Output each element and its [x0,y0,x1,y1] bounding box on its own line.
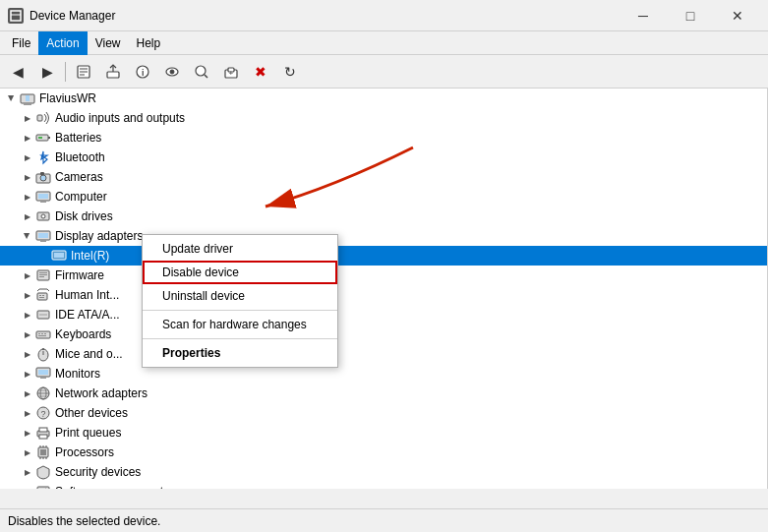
tree-computer[interactable]: ▶ Computer [0,187,767,207]
context-update-driver[interactable]: Update driver [143,237,337,261]
display-arrow: ▶ [20,228,35,244]
tree-network[interactable]: ▶ Network adapters [0,384,767,403]
toolbar-info[interactable]: i [129,59,156,85]
tree-print[interactable]: ▶ Print queues [0,423,767,443]
close-button[interactable]: ✕ [715,0,760,31]
processors-label: Processors [55,445,114,459]
svg-text:?: ? [41,409,46,419]
cameras-arrow: ▶ [20,169,35,185]
window-controls: ─ □ ✕ [620,0,760,31]
svg-rect-57 [38,370,48,375]
toolbar-forward[interactable]: ▶ [33,59,61,85]
window-title: Device Manager [30,9,620,23]
app-icon [8,8,24,24]
svg-point-25 [40,175,46,181]
tree-processors[interactable]: ▶ Processors [0,443,767,462]
menu-file[interactable]: File [4,31,38,55]
software-comp-icon [35,484,51,489]
maximize-button[interactable]: □ [668,0,713,31]
root-arrow: ▶ [4,90,20,106]
svg-rect-43 [39,295,41,296]
tree-cameras[interactable]: ▶ Cameras [0,167,767,187]
display-icon [35,228,51,244]
svg-rect-39 [39,272,47,273]
tree-software-comp[interactable]: ▶ Software components [0,482,767,489]
disk-label: Disk drives [55,209,113,223]
toolbar-scan[interactable] [188,59,215,85]
other-icon: ? [35,405,51,421]
software-comp-arrow: ▶ [20,484,35,489]
toolbar-show-hidden[interactable] [158,59,186,85]
print-label: Print queues [55,426,121,440]
keyboards-arrow: ▶ [20,326,35,342]
toolbar-properties[interactable] [70,59,97,85]
tree-mice[interactable]: ▶ Mice and o... [0,344,767,364]
tree-security[interactable]: ▶ Security devices [0,462,767,482]
keyboards-label: Keyboards [55,327,111,341]
toolbar-add[interactable]: + [217,59,245,85]
root-icon [20,90,35,106]
menu-view[interactable]: View [88,31,129,55]
network-arrow: ▶ [20,385,35,401]
svg-rect-58 [40,377,46,379]
status-text: Disables the selected device. [8,514,160,528]
ide-icon [35,307,51,323]
tree-monitors[interactable]: ▶ Monitors [0,364,767,384]
tree-root[interactable]: ▶ FlaviusWR [0,89,767,108]
tree-keyboards[interactable]: ▶ Keyboards [0,325,767,344]
tree-intel[interactable]: Intel(R) [0,246,767,266]
toolbar-update-driver[interactable] [99,59,127,85]
svg-rect-44 [42,295,44,296]
svg-rect-32 [38,219,42,220]
toolbar-sep-1 [65,62,66,82]
software-comp-label: Software components [55,485,169,489]
monitors-label: Monitors [55,367,100,381]
tree-firmware[interactable]: ▶ Firmware [0,266,767,285]
tree-ide[interactable]: ▶ IDE ATA/A... [0,305,767,325]
audio-arrow: ▶ [20,110,35,126]
svg-rect-23 [38,137,42,139]
tree-human[interactable]: ▶ Human Int... [0,285,767,305]
minimize-button[interactable]: ─ [620,0,666,31]
menu-help[interactable]: Help [129,31,169,55]
context-scan[interactable]: Scan for hardware changes [143,313,337,336]
menu-action[interactable]: Action [38,31,87,55]
main-content: ▶ FlaviusWR ▶ Audio inputs and outpu [0,89,768,489]
tree-batteries[interactable]: ▶ Batteries [0,128,767,148]
device-tree: ▶ FlaviusWR ▶ Audio inputs and outpu [0,89,768,489]
keyboards-icon [35,326,51,342]
computer-icon [35,189,51,205]
tree-disk[interactable]: ▶ Disk drives [0,207,767,226]
firmware-icon [35,267,51,283]
other-label: Other devices [55,406,128,420]
svg-rect-50 [41,333,43,334]
title-bar: Device Manager ─ □ ✕ [0,0,768,31]
context-disable-device[interactable]: Disable device [143,261,337,284]
toolbar-back[interactable]: ◀ [4,59,31,85]
svg-rect-48 [36,331,50,338]
svg-rect-28 [38,194,48,199]
context-sep-1 [143,310,337,311]
tree-display[interactable]: ▶ Display adapters [0,226,767,246]
batteries-icon [35,130,51,146]
svg-rect-41 [39,276,44,277]
context-properties[interactable]: Properties [143,341,337,365]
intel-arrow [35,248,51,264]
mice-label: Mice and o... [55,347,123,361]
toolbar-remove[interactable]: ✖ [247,59,274,85]
tree-other[interactable]: ▶ ? Other devices [0,403,767,423]
svg-rect-26 [40,172,44,175]
tree-bluetooth[interactable]: ▶ Bluetooth [0,148,767,167]
svg-rect-29 [40,201,46,203]
processors-arrow: ▶ [20,444,35,460]
svg-rect-77 [37,487,49,489]
svg-rect-20 [37,115,42,121]
status-bar: Disables the selected device. [0,508,768,532]
cameras-label: Cameras [55,170,103,184]
computer-label: Computer [55,190,107,204]
context-uninstall-device[interactable]: Uninstall device [143,284,337,308]
disk-arrow: ▶ [20,208,35,224]
firmware-label: Firmware [55,268,104,282]
toolbar-refresh[interactable]: ↻ [276,59,304,85]
tree-audio[interactable]: ▶ Audio inputs and outputs [0,108,767,128]
